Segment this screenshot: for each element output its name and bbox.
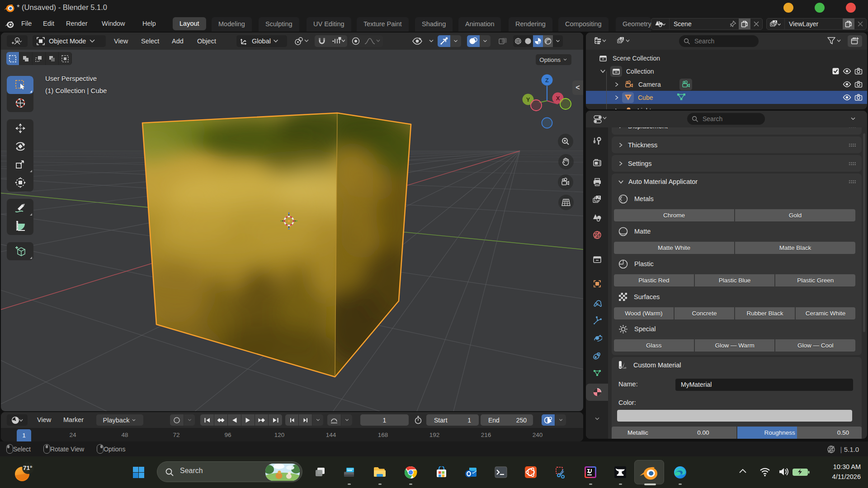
svg-text:Y: Y bbox=[526, 96, 530, 103]
svg-text:Z: Z bbox=[545, 77, 549, 84]
svg-text:X: X bbox=[556, 95, 560, 102]
